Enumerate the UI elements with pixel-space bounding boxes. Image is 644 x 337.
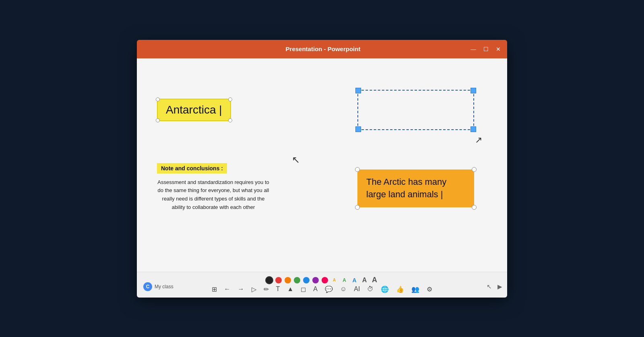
highlight-icon[interactable]: ▲ <box>287 285 293 293</box>
globe-icon[interactable]: 🌐 <box>381 285 389 293</box>
pencil-icon[interactable]: ✏ <box>264 285 269 293</box>
notes-text: Assessment and standardization requires … <box>157 178 270 212</box>
close-button[interactable]: ✕ <box>496 46 501 52</box>
emoji-icon[interactable]: ☺ <box>340 285 347 293</box>
sq-handle-tr[interactable] <box>471 88 476 93</box>
bottom-toolbar: C My class A A A A A ⊞ ← → ▷ ✏ T <box>137 272 507 298</box>
timer-icon[interactable]: ⏱ <box>367 285 374 293</box>
window-title: Presentation - Powerpoint <box>175 45 471 52</box>
main-window: Presentation - Powerpoint — ☐ ✕ Antarcti… <box>137 40 507 298</box>
color-green[interactable] <box>294 277 300 283</box>
round-handle-br[interactable] <box>472 205 477 210</box>
color-red[interactable] <box>275 277 282 283</box>
notes-label: Note and conclusions : <box>157 163 227 174</box>
comment-icon[interactable]: 💬 <box>325 285 333 293</box>
notes-section: Note and conclusions : Assessment and st… <box>157 163 270 212</box>
color-purple[interactable] <box>312 277 319 283</box>
arctic-text: The Arctic has many large land animals | <box>366 177 446 199</box>
back-icon[interactable]: ← <box>224 285 231 293</box>
sq-handle-br[interactable]: ↗ <box>471 126 476 132</box>
round-handle-tr[interactable] <box>472 167 477 172</box>
color-pink[interactable] <box>322 277 328 283</box>
brand-label: My class <box>155 284 173 289</box>
text-icon[interactable]: T <box>276 285 280 293</box>
text-box-icon[interactable]: A <box>313 285 318 293</box>
brand-area: C My class <box>143 282 173 291</box>
cursor-tool-icon[interactable]: ↖ <box>487 283 492 290</box>
sq-handle-bl[interactable] <box>355 126 361 132</box>
eraser-icon[interactable]: ◻ <box>301 285 306 293</box>
text-size-btn-5[interactable]: A <box>371 277 378 284</box>
toolbar-right-area: ↖ ▶ <box>487 283 502 290</box>
ai-icon[interactable]: AI <box>354 285 360 293</box>
people-icon[interactable]: 👥 <box>411 285 419 293</box>
play-icon[interactable]: ▷ <box>252 285 256 293</box>
mouse-cursor-icon: ↖ <box>292 154 300 165</box>
titlebar: Presentation - Powerpoint — ☐ ✕ <box>137 40 507 58</box>
round-handle-bl[interactable] <box>355 205 360 210</box>
text-size-btn-2[interactable]: A <box>341 277 348 284</box>
forward-icon[interactable]: → <box>238 285 244 293</box>
brand-logo-icon: C <box>143 282 152 291</box>
color-blue[interactable] <box>303 277 310 283</box>
round-handle-tl[interactable] <box>355 167 360 172</box>
present-icon[interactable]: ▶ <box>497 283 502 290</box>
sq-handle-tl[interactable] <box>355 88 361 93</box>
handle-br[interactable] <box>228 118 232 122</box>
text-size-btn-3[interactable]: A <box>351 277 358 284</box>
minimize-button[interactable]: — <box>471 46 476 52</box>
color-black[interactable] <box>266 277 272 283</box>
text-size-btn-1[interactable]: A <box>331 277 338 284</box>
handle-bl[interactable] <box>156 118 160 122</box>
color-palette: A A A A A <box>266 277 378 284</box>
settings-icon[interactable]: ⚙ <box>427 285 432 293</box>
antarctica-text: Antarctica | <box>166 103 222 116</box>
slide-canvas[interactable]: Antarctica | ↗ ↖ Note and conclusions : … <box>137 58 507 272</box>
thumb-up-icon[interactable]: 👍 <box>396 285 404 293</box>
resize-cursor-icon: ↗ <box>475 135 482 145</box>
antarctica-textbox[interactable]: Antarctica | <box>157 99 231 121</box>
empty-selection-box[interactable]: ↗ <box>357 90 474 130</box>
window-controls: — ☐ ✕ <box>471 46 501 52</box>
color-orange[interactable] <box>285 277 291 283</box>
tools-row: ⊞ ← → ▷ ✏ T ▲ ◻ A 💬 ☺ AI ⏱ 🌐 👍 👥 ⚙ <box>212 285 433 293</box>
arctic-textbox[interactable]: The Arctic has many large land animals | <box>357 170 474 207</box>
text-size-btn-4[interactable]: A <box>361 277 368 284</box>
handle-tl[interactable] <box>156 97 160 101</box>
maximize-button[interactable]: ☐ <box>483 46 489 52</box>
handle-tr[interactable] <box>228 97 232 101</box>
grid-icon[interactable]: ⊞ <box>212 285 217 293</box>
